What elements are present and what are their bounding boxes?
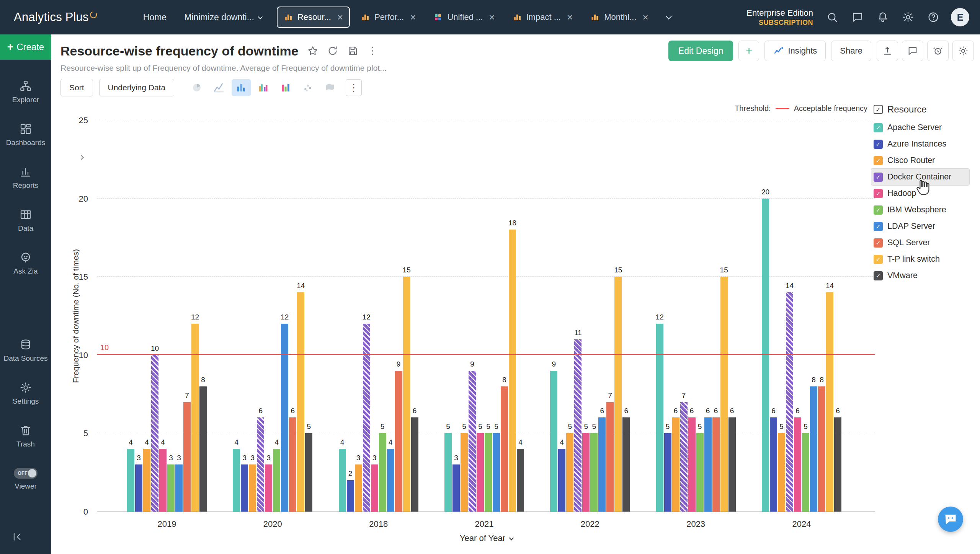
star-icon[interactable]	[307, 45, 318, 57]
settings-button[interactable]	[952, 41, 974, 61]
sort-button[interactable]: Sort	[60, 79, 93, 96]
x-axis-title[interactable]: Year of Year	[460, 533, 513, 543]
bar-hadoop[interactable]: 6	[688, 417, 696, 512]
bar-ibm-websphere[interactable]: 5	[802, 433, 809, 512]
legend-checkbox-apache-server[interactable]: ✓	[874, 123, 883, 132]
bar-vmware[interactable]: 6	[411, 417, 418, 512]
bar-t-p-link-switch[interactable]: 12	[191, 324, 199, 512]
bar-sql-server[interactable]: 8	[818, 386, 825, 512]
bar-hadoop[interactable]: 6	[794, 417, 801, 512]
bar-hadoop[interactable]: 4	[159, 449, 167, 512]
add-button[interactable]: +	[738, 41, 759, 61]
bar-apache-server[interactable]: 5	[444, 433, 452, 512]
sidebar-item-data[interactable]: Data	[0, 199, 51, 242]
bar-apache-server[interactable]: 4	[127, 449, 134, 512]
bar-apache-server[interactable]: 9	[550, 371, 557, 512]
legend-item-cisco-router[interactable]: ✓Cisco Router	[871, 152, 969, 169]
bar-sql-server[interactable]: 6	[712, 417, 720, 512]
bar-ldap-server[interactable]: 5	[493, 433, 500, 512]
legend-item-ldap-server[interactable]: ✓LDAP Server	[871, 218, 969, 235]
chart-type-map-icon[interactable]	[320, 79, 340, 96]
sidebar-item-trash[interactable]: Trash	[0, 415, 51, 458]
alert-button[interactable]	[927, 41, 949, 61]
bar-vmware[interactable]: 6	[728, 417, 736, 512]
chat-icon[interactable]	[851, 11, 864, 23]
bar-apache-server[interactable]: 12	[656, 324, 663, 512]
settings-icon[interactable]	[902, 11, 914, 23]
close-icon[interactable]: ×	[410, 12, 416, 22]
tab-perfor[interactable]: Perfor...×	[354, 7, 423, 28]
bar-ldap-server[interactable]: 6	[598, 417, 606, 512]
legend-checkbox-sql-server[interactable]: ✓	[874, 238, 883, 248]
save-icon[interactable]	[347, 45, 358, 57]
bar-ibm-websphere[interactable]: 5	[379, 433, 386, 512]
nav-home[interactable]: Home	[143, 12, 167, 23]
bar-vmware[interactable]: 8	[199, 386, 207, 512]
bar-sql-server[interactable]: 6	[289, 417, 296, 512]
bar-azure-instances[interactable]: 6	[770, 417, 777, 512]
bar-sql-server[interactable]: 9	[395, 371, 402, 512]
sidebar-item-data-sources[interactable]: Data Sources	[0, 329, 51, 372]
legend-checkbox-ldap-server[interactable]: ✓	[874, 222, 883, 231]
chart-type-scatter-icon[interactable]	[298, 79, 317, 96]
legend-select-all-checkbox[interactable]: ✓	[874, 105, 883, 114]
bar-vmware[interactable]: 5	[305, 433, 312, 512]
bar-hadoop[interactable]: 5	[477, 433, 484, 512]
bar-ibm-websphere[interactable]: 5	[590, 433, 598, 512]
avatar[interactable]: E	[951, 8, 969, 26]
bar-ldap-server[interactable]: 3	[175, 464, 183, 512]
bar-azure-instances[interactable]: 3	[241, 464, 248, 512]
bar-ldap-server[interactable]: 12	[281, 324, 288, 512]
close-icon[interactable]: ×	[337, 12, 343, 22]
bar-apache-server[interactable]: 4	[339, 449, 346, 512]
bar-ibm-websphere[interactable]: 5	[485, 433, 492, 512]
bar-ibm-websphere[interactable]: 4	[273, 449, 280, 512]
chart-type-line-icon[interactable]	[209, 79, 229, 96]
bar-docker-container[interactable]: 14	[786, 292, 793, 512]
bar-ibm-websphere[interactable]: 3	[167, 464, 175, 512]
chart-type-pie-icon[interactable]	[187, 79, 206, 96]
bar-cisco-router[interactable]: 4	[143, 449, 150, 512]
comment-button[interactable]	[902, 41, 923, 61]
legend-checkbox-azure-instances[interactable]: ✓	[874, 140, 883, 149]
bar-t-p-link-switch[interactable]: 18	[509, 230, 516, 512]
sidebar-item-explorer[interactable]: Explorer	[0, 70, 51, 113]
bar-hadoop[interactable]: 3	[265, 464, 272, 512]
legend-item-docker-container[interactable]: ✓Docker Container	[871, 169, 969, 185]
legend-item-sql-server[interactable]: ✓SQL Server	[871, 235, 969, 251]
bar-sql-server[interactable]: 7	[606, 402, 614, 512]
sidebar-item-reports[interactable]: Reports	[0, 156, 51, 199]
legend-checkbox-hadoop[interactable]: ✓	[874, 189, 883, 198]
close-icon[interactable]: ×	[567, 12, 573, 22]
bar-vmware[interactable]: 6	[622, 417, 630, 512]
bar-apache-server[interactable]: 4	[233, 449, 240, 512]
legend-checkbox-vmware[interactable]: ✓	[874, 271, 883, 280]
sidebar-item-dashboards[interactable]: Dashboards	[0, 113, 51, 156]
export-button[interactable]	[877, 41, 898, 61]
bar-azure-instances[interactable]: 3	[135, 464, 142, 512]
tab-monthl[interactable]: Monthl...×	[583, 7, 655, 28]
bar-hadoop[interactable]: 5	[582, 433, 590, 512]
underlying-data-button[interactable]: Underlying Data	[99, 79, 175, 96]
expand-axis-icon[interactable]	[80, 154, 83, 161]
sidebar-item-settings[interactable]: Settings	[0, 372, 51, 415]
search-icon[interactable]	[826, 11, 838, 23]
bar-vmware[interactable]: 6	[834, 417, 841, 512]
bar-azure-instances[interactable]: 5	[664, 433, 671, 512]
viewer-toggle[interactable]: OFF	[14, 468, 38, 479]
sidebar-item-ask-zia[interactable]: Ask Zia	[0, 242, 51, 285]
bar-cisco-router[interactable]: 3	[249, 464, 256, 512]
bar-docker-container[interactable]: 7	[680, 402, 688, 512]
chart-type-bar-icon[interactable]	[232, 79, 251, 96]
toolbar-more-button[interactable]: ⋮	[346, 79, 362, 96]
bar-ldap-server[interactable]: 6	[704, 417, 712, 512]
bar-docker-container[interactable]: 10	[151, 355, 158, 512]
more-icon[interactable]	[367, 45, 378, 57]
app-logo[interactable]: Analytics Plus	[14, 10, 97, 24]
chart-type-grouped-bar-icon[interactable]	[254, 79, 273, 96]
bar-cisco-router[interactable]: 3	[355, 464, 362, 512]
legend-item-t-p-link-switch[interactable]: ✓T-P link switch	[871, 251, 969, 267]
bar-vmware[interactable]: 4	[517, 449, 524, 512]
refresh-icon[interactable]	[327, 45, 338, 57]
chart-type-multi-bar-icon[interactable]	[276, 79, 295, 96]
